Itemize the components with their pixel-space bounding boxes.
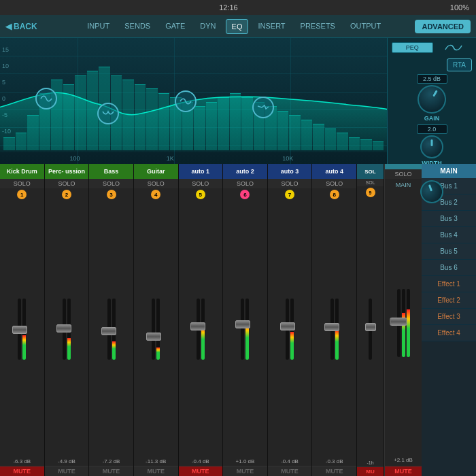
channel-kick-drum: Kick Drum SOLO 1 -6.3 dB MUTE — [0, 164, 45, 476]
channel-name-3[interactable]: Bass — [89, 164, 133, 179]
solo-button-5[interactable]: SOLO — [179, 179, 223, 188]
channel-name-1[interactable]: Kick Drum — [0, 164, 44, 179]
tab-insert[interactable]: INSERT — [252, 19, 290, 34]
tab-presets[interactable]: PRESETS — [295, 19, 341, 34]
channel-number-5: 5 — [196, 190, 205, 199]
advanced-button[interactable]: ADVANCED — [415, 20, 471, 33]
eq-controls-panel: PEQ RTA 2.5 dB GAIN 2.0 WIDTH 60Hz — [388, 38, 476, 164]
fader-track-2[interactable] — [63, 299, 66, 360]
fader-thumb-4[interactable] — [146, 333, 161, 341]
solo-button-7[interactable]: SOLO — [268, 179, 312, 188]
mute-button-7[interactable]: MUTE — [268, 466, 312, 476]
channel-auto4: auto 4 SOLO 8 -0.3 dB MUTE — [312, 164, 357, 476]
meter-fill-7 — [290, 332, 294, 360]
tab-sends[interactable]: SENDS — [119, 19, 156, 34]
solo-button-3[interactable]: SOLO — [89, 179, 133, 188]
channel-name-5[interactable]: auto 1 — [179, 164, 223, 179]
solo-button-9[interactable]: SOL — [357, 179, 384, 186]
mute-button-9[interactable]: MU — [357, 466, 384, 476]
tab-input[interactable]: INPUT — [82, 19, 115, 34]
channel-number-3: 3 — [107, 190, 116, 199]
fader-track-1[interactable] — [18, 299, 21, 360]
width-knob[interactable] — [420, 135, 443, 158]
eq-band-selector: PEQ — [392, 42, 472, 53]
effect-button-4[interactable]: Effect 4 — [422, 325, 476, 341]
channel-bass: Bass SOLO 3 -7.2 dB MUTE — [89, 164, 134, 476]
fader-track-7[interactable] — [286, 299, 289, 360]
bus-button-6[interactable]: Bus 6 — [422, 260, 476, 276]
fader-area-2 — [46, 201, 88, 457]
eq-node-1[interactable] — [35, 88, 57, 109]
tab-gate[interactable]: GATE — [160, 19, 190, 34]
fader-thumb-5[interactable] — [190, 322, 205, 330]
fader-track-5[interactable] — [197, 299, 200, 360]
channel-name-4[interactable]: Guitar — [134, 164, 178, 179]
channel-name-9[interactable]: SOL — [357, 164, 384, 179]
bus-button-4[interactable]: Bus 4 — [422, 227, 476, 243]
gain-knob-section: 2.5 dB GAIN — [392, 74, 472, 122]
db-value-2: -4.9 dB — [58, 458, 75, 464]
tab-output[interactable]: OUTPUT — [345, 19, 386, 34]
db-value-8: -0.3 dB — [326, 458, 343, 464]
peq-button[interactable]: PEQ — [392, 42, 433, 53]
eq-band-icon — [444, 43, 463, 52]
effect-button-1[interactable]: Effect 1 — [422, 276, 476, 292]
solo-button-8[interactable]: SOLO — [312, 179, 356, 188]
eq-section: 15 10 5 0 -5 -10 — [0, 38, 476, 164]
master-main-label: MAIN — [396, 182, 411, 188]
fader-thumb-1[interactable] — [12, 326, 27, 334]
mute-button-1[interactable]: MUTE — [0, 466, 44, 476]
bus-button-3[interactable]: Bus 3 — [422, 211, 476, 227]
fader-track-8[interactable] — [330, 299, 334, 360]
fader-thumb-3[interactable] — [101, 327, 116, 335]
tab-eq[interactable]: EQ — [226, 19, 249, 34]
fader-thumb-9[interactable] — [365, 323, 376, 331]
solo-button-2[interactable]: SOLO — [45, 179, 89, 188]
fader-track-4[interactable] — [152, 299, 155, 360]
fader-thumb-2[interactable] — [56, 324, 71, 333]
mute-button-4[interactable]: MUTE — [134, 466, 178, 476]
mute-button-6[interactable]: MUTE — [223, 466, 267, 476]
back-button[interactable]: ◀ BACK — [5, 22, 53, 31]
master-fader-track[interactable] — [397, 289, 401, 357]
meter-4 — [156, 299, 160, 360]
db-value-9: -1h — [367, 460, 373, 465]
master-fader-area — [388, 190, 419, 455]
eq-node-3[interactable] — [175, 90, 197, 112]
solo-button-4[interactable]: SOLO — [134, 179, 178, 188]
rta-button[interactable]: RTA — [447, 58, 472, 71]
fader-thumb-8[interactable] — [324, 323, 339, 331]
mute-button-2[interactable]: MUTE — [45, 466, 89, 476]
mute-button-5[interactable]: MUTE — [179, 466, 223, 476]
master-fader-thumb[interactable] — [390, 318, 407, 326]
gain-knob[interactable] — [412, 80, 451, 118]
fader-track-6[interactable] — [241, 299, 244, 360]
eq-node-4[interactable] — [252, 97, 274, 118]
effect-button-3[interactable]: Effect 3 — [422, 309, 476, 325]
fader-track-3[interactable] — [107, 299, 111, 360]
tab-dyn[interactable]: DYN — [194, 19, 221, 34]
solo-button-1[interactable]: SOLO — [0, 179, 44, 188]
bus-button-5[interactable]: Bus 5 — [422, 243, 476, 260]
channel-name-7[interactable]: auto 3 — [268, 164, 312, 179]
mute-button-3[interactable]: MUTE — [89, 466, 133, 476]
channel-name-6[interactable]: auto 2 — [223, 164, 267, 179]
channel-number-4: 4 — [151, 190, 160, 199]
master-mute-button[interactable]: MUTE — [385, 466, 422, 476]
master-solo-button[interactable]: SOLO — [385, 169, 422, 179]
channel-name-2[interactable]: Perc- ussion — [45, 164, 89, 179]
eq-canvas[interactable]: 15 10 5 0 -5 -10 — [0, 38, 388, 164]
channel-name-8[interactable]: auto 4 — [312, 164, 356, 179]
fader-area-8 — [313, 201, 355, 457]
fader-track-9[interactable] — [369, 299, 372, 360]
db-value-3: -7.2 dB — [103, 458, 120, 464]
mute-button-8[interactable]: MUTE — [312, 466, 356, 476]
channel-body-2: 2 -4.9 dB — [45, 188, 89, 466]
fader-thumb-7[interactable] — [280, 322, 295, 330]
bus-main-button[interactable]: MAIN — [422, 164, 476, 178]
solo-button-6[interactable]: SOLO — [223, 179, 267, 188]
effect-button-2[interactable]: Effect 2 — [422, 292, 476, 309]
master-db-value: +2.1 dB — [394, 457, 413, 463]
fader-thumb-6[interactable] — [235, 320, 250, 328]
eq-node-2[interactable] — [97, 103, 119, 124]
